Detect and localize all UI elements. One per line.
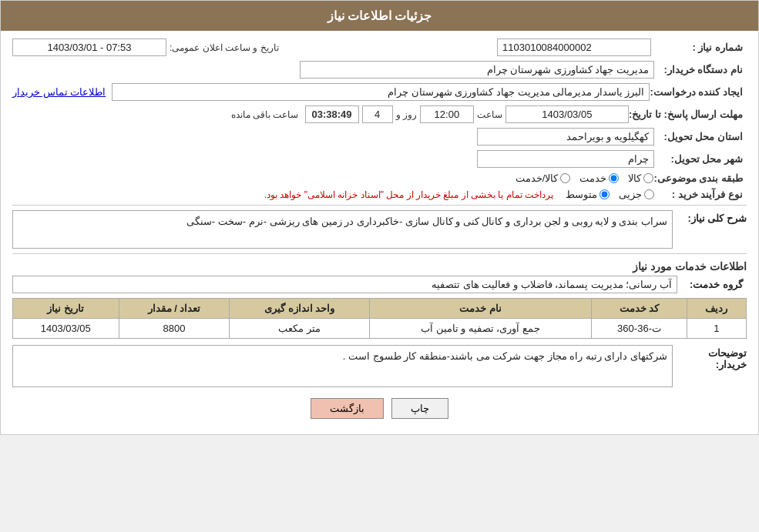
mohlat-date: 1403/03/05 <box>505 105 629 123</box>
gorohe-row: گروه خدمت: آب رسانی؛ مدیریت پسماند، فاضل… <box>12 276 747 293</box>
tawzihat-section: توضیحات خریدار: شرکتهای دارای رتبه راه م… <box>12 345 747 387</box>
bazgasht-button[interactable]: بازگشت <box>311 398 384 419</box>
page-title: جزئیات اطلاعات نیاز <box>327 9 432 22</box>
tarikh-saat-value: 1403/03/01 - 07:53 <box>12 38 166 56</box>
nofarayand-label: نوع فرآیند خرید : <box>654 189 747 200</box>
col-tarikh: تاریخ نیاز <box>13 299 119 319</box>
radio-motevaset[interactable]: متوسط <box>566 189 610 200</box>
cell-tarikh: 1403/03/05 <box>13 319 119 339</box>
chap-button[interactable]: چاپ <box>391 398 448 419</box>
radio-jozi-label: جزیی <box>619 189 642 200</box>
radio-khadamat-label: خدمت <box>579 172 606 184</box>
shahr-row: شهر محل تحویل: چرام <box>12 150 747 168</box>
shomare-row: شماره نیاز : 1103010084000002 تاریخ و سا… <box>12 38 747 56</box>
cell-radif: 1 <box>687 319 746 339</box>
nofarayand-note: پرداخت تمام یا بخشی از مبلغ خریدار از مح… <box>264 189 553 200</box>
sharh-section: شرح کلی نیاز: سراب بندی و لایه روبی و لج… <box>12 210 747 249</box>
shahr-label: شهر محل تحویل: <box>654 153 747 165</box>
separator-2 <box>12 253 747 254</box>
gorohe-value: آب رسانی؛ مدیریت پسماند، فاضلاب و فعالیت… <box>12 276 677 293</box>
tabaqe-row: طبقه بندی موضوعی: کالا خدمت کالا/خدمت <box>12 172 747 184</box>
table-body: 1 ت-36-360 جمع آوری، تصفیه و تامین آب مت… <box>13 319 747 339</box>
khadamat-title: اطلاعات خدمات مورد نیاز <box>12 260 747 273</box>
content-area: شماره نیاز : 1103010084000002 تاریخ و سا… <box>1 31 758 434</box>
namdastgah-value: مدیریت جهاد کشاورزی شهرستان چرام <box>300 61 654 79</box>
mohlat-timer: 03:38:49 <box>305 105 359 123</box>
radio-kala-khadamat[interactable]: کالا/خدمت <box>516 172 571 184</box>
tarikh-saat-label: تاریخ و ساعت اعلان عمومی: <box>170 42 279 53</box>
mohlat-label: مهلت ارسال پاسخ: تا تاریخ: <box>629 109 747 120</box>
radio-khadamat[interactable]: خدمت <box>579 172 619 184</box>
namdastgah-row: نام دستگاه خریدار: مدیریت جهاد کشاورزی ش… <box>12 61 747 79</box>
table-head: ردیف کد خدمت نام خدمت واحد اندازه گیری ت… <box>13 299 747 319</box>
tabaqe-label: طبقه بندی موضوعی: <box>653 172 747 184</box>
cell-vahed: متر مکعب <box>230 319 369 339</box>
nofarayand-radio-group: جزیی متوسط <box>566 189 654 200</box>
page-header: جزئیات اطلاعات نیاز <box>1 1 758 31</box>
shomare-label: شماره نیاز : <box>654 42 747 53</box>
cell-code: ت-36-360 <box>592 319 687 339</box>
saat-label: ساعت <box>477 109 502 120</box>
sharh-value: سراب بندی و لایه روبی و لجن برداری و کان… <box>12 210 673 249</box>
separator-1 <box>12 205 747 206</box>
ijad-label: ایجاد کننده درخواست: <box>650 86 747 98</box>
ostan-label: استان محل تحویل: <box>654 131 747 142</box>
tawzihat-value: شرکتهای دارای رتبه راه مجاز جهت شرکت می … <box>12 345 673 387</box>
mohlat-saat: 12:00 <box>420 105 474 123</box>
radio-motevaset-label: متوسط <box>566 189 597 200</box>
col-tedad: تعداد / مقدار <box>119 299 230 319</box>
col-radif: ردیف <box>687 299 746 319</box>
radio-kala-label: کالا <box>628 172 641 184</box>
table-row: 1 ت-36-360 جمع آوری، تصفیه و تامین آب مت… <box>13 319 747 339</box>
ijad-row: ایجاد کننده درخواست: البرز یاسدار مدیرما… <box>12 83 747 101</box>
button-row: چاپ بازگشت <box>12 398 747 419</box>
mohlat-ruz: 4 <box>362 105 393 123</box>
baqi-label: ساعت باقی مانده <box>231 109 299 120</box>
ijad-value: البرز یاسدار مدیرمالی مدیریت جهاد کشاورز… <box>112 83 650 101</box>
table-header-row: ردیف کد خدمت نام خدمت واحد اندازه گیری ت… <box>13 299 747 319</box>
gorohe-label: گروه خدمت: <box>677 279 747 290</box>
ostan-value: کهگیلویه و بویراحمد <box>477 128 654 146</box>
shomare-value: 1103010084000002 <box>497 38 651 56</box>
radio-jozi[interactable]: جزیی <box>619 189 654 200</box>
cell-tedad: 8800 <box>119 319 230 339</box>
mohlat-row: مهلت ارسال پاسخ: تا تاریخ: 1403/03/05 سا… <box>12 105 747 123</box>
ettelaat-link[interactable]: اطلاعات تماس خریدار <box>12 86 106 98</box>
namdastgah-label: نام دستگاه خریدار: <box>654 64 747 75</box>
ostan-row: استان محل تحویل: کهگیلویه و بویراحمد <box>12 128 747 146</box>
radio-kala-khadamat-label: کالا/خدمت <box>516 172 559 184</box>
cell-name: جمع آوری، تصفیه و تامین آب <box>369 319 591 339</box>
tabaqe-radio-group: کالا خدمت کالا/خدمت <box>516 172 654 184</box>
col-name: نام خدمت <box>369 299 591 319</box>
ruz-label: روز و <box>396 109 417 120</box>
col-vahed: واحد اندازه گیری <box>230 299 369 319</box>
shahr-value: چرام <box>477 150 654 168</box>
radio-kala[interactable]: کالا <box>628 172 653 184</box>
khadamat-table: ردیف کد خدمت نام خدمت واحد اندازه گیری ت… <box>12 298 747 339</box>
tawzihat-label: توضیحات خریدار: <box>677 345 747 370</box>
page-wrapper: جزئیات اطلاعات نیاز شماره نیاز : 1103010… <box>0 0 759 435</box>
sharh-label: شرح کلی نیاز: <box>677 210 747 224</box>
nofarayand-row: نوع فرآیند خرید : جزیی متوسط پرداخت تمام… <box>12 189 747 200</box>
col-code: کد خدمت <box>592 299 687 319</box>
